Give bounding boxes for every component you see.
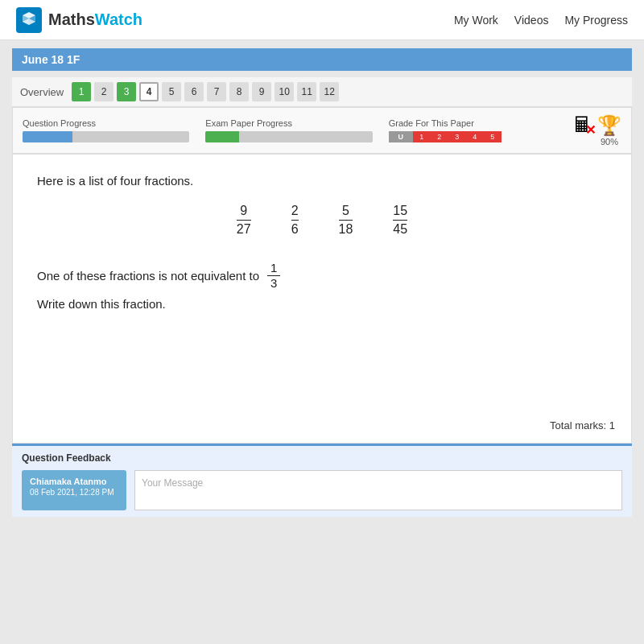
progress-section: Question Progress Exam Paper Progress Gr… <box>12 107 632 154</box>
fraction-4: 15 45 <box>393 204 407 237</box>
feedback-user-name: Chiamaka Atanmo <box>30 477 118 486</box>
logo: MathsWatch <box>16 7 142 33</box>
trophy-icon: 🏆 <box>597 114 621 137</box>
grade-u: U <box>389 131 413 142</box>
grade-1: 1 <box>413 131 431 142</box>
question-progress-bar <box>23 131 189 142</box>
grade-5: 5 <box>484 131 502 142</box>
tab-overview[interactable]: Overview <box>20 86 64 98</box>
question-intro: Here is a list of four fractions. <box>37 174 607 188</box>
fractions-row: 9 27 2 6 5 18 15 45 <box>37 204 607 237</box>
grade-block: Grade For This Paper U 1 2 3 4 5 <box>389 118 555 142</box>
calculator-icon: 🖩 ✕ <box>572 114 592 135</box>
tab-7[interactable]: 7 <box>207 82 226 101</box>
exam-paper-label: Exam Paper Progress <box>205 118 372 128</box>
feedback-user-block: Chiamaka Atanmo 08 Feb 2021, 12:28 PM <box>22 470 126 510</box>
paper-title-bar: June 18 1F <box>12 48 632 71</box>
paper-title: June 18 1F <box>22 53 80 66</box>
question-area: Here is a list of four fractions. 9 27 2… <box>12 154 632 444</box>
tabs-container: Overview 1 2 3 4 5 6 7 8 9 10 11 12 <box>12 77 632 107</box>
tab-10[interactable]: 10 <box>275 82 294 101</box>
feedback-date: 08 Feb 2021, 12:28 PM <box>30 488 118 497</box>
calculator-block: 🖩 ✕ <box>572 114 592 135</box>
navbar: MathsWatch My Work Videos My Progress <box>0 0 644 40</box>
grade-4: 4 <box>466 131 484 142</box>
main-content: June 18 1F Overview 1 2 3 4 5 6 7 8 9 10… <box>0 40 644 644</box>
nav-videos[interactable]: Videos <box>514 14 549 27</box>
logo-icon <box>16 7 42 33</box>
ref-fraction: 1 3 <box>267 261 280 291</box>
tab-6[interactable]: 6 <box>184 82 204 101</box>
fraction-3: 5 18 <box>339 204 353 237</box>
question-line-1: One of these fractions is not equivalent… <box>37 261 607 291</box>
fraction-3-denominator: 18 <box>339 221 353 237</box>
fraction-2: 2 6 <box>291 204 299 237</box>
trophy-block: 🏆 90% <box>597 114 621 147</box>
question-progress-block: Question Progress <box>23 118 189 142</box>
tab-9[interactable]: 9 <box>252 82 271 101</box>
fraction-4-numerator: 15 <box>393 204 407 221</box>
question-progress-label: Question Progress <box>23 118 189 128</box>
exam-paper-progress-block: Exam Paper Progress <box>205 118 372 142</box>
tab-2[interactable]: 2 <box>94 82 114 101</box>
fraction-1-numerator: 9 <box>237 204 251 221</box>
nav-my-work[interactable]: My Work <box>454 14 498 27</box>
grade-label: Grade For This Paper <box>389 118 555 128</box>
tab-11[interactable]: 11 <box>297 82 316 101</box>
logo-text: MathsWatch <box>48 10 142 29</box>
grade-bar: U 1 2 3 4 5 <box>389 131 555 142</box>
fraction-1-denominator: 27 <box>237 221 251 237</box>
fraction-2-denominator: 6 <box>291 221 299 237</box>
feedback-body: Chiamaka Atanmo 08 Feb 2021, 12:28 PM Yo… <box>22 470 622 510</box>
question-line-1-pre: One of these fractions is not equivalent… <box>37 269 259 283</box>
nav-links: My Work Videos My Progress <box>454 14 628 27</box>
exam-paper-bar <box>205 131 372 142</box>
nav-my-progress[interactable]: My Progress <box>564 14 628 27</box>
fraction-3-numerator: 5 <box>339 204 353 221</box>
tab-4[interactable]: 4 <box>139 82 159 101</box>
total-marks: Total marks: 1 <box>550 419 615 431</box>
fraction-1: 9 27 <box>237 204 251 237</box>
fraction-4-denominator: 45 <box>393 221 407 237</box>
tab-3[interactable]: 3 <box>117 82 136 101</box>
fraction-2-numerator: 2 <box>291 204 299 221</box>
write-down-text: Write down this fraction. <box>37 297 607 311</box>
grade-3: 3 <box>448 131 466 142</box>
feedback-title: Question Feedback <box>22 452 622 464</box>
tab-1[interactable]: 1 <box>72 82 91 101</box>
tab-12[interactable]: 12 <box>320 82 339 101</box>
tab-5[interactable]: 5 <box>162 82 181 101</box>
tab-8[interactable]: 8 <box>229 82 249 101</box>
feedback-message-box[interactable]: Your Message <box>134 470 622 510</box>
icons-col: 🖩 ✕ 🏆 90% <box>572 114 621 147</box>
percent-text: 90% <box>601 137 618 147</box>
ref-fraction-num: 1 <box>267 261 280 276</box>
grade-2: 2 <box>431 131 448 142</box>
red-x-icon: ✕ <box>585 124 596 137</box>
feedback-section: Question Feedback Chiamaka Atanmo 08 Feb… <box>12 444 632 517</box>
ref-fraction-den: 3 <box>267 276 280 291</box>
